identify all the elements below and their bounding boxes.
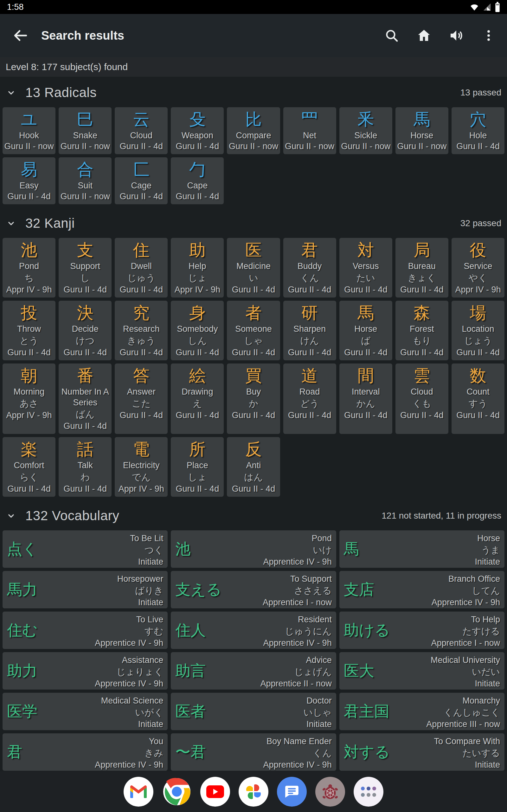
vocabulary-card[interactable]: 君主国 Monarchy くんしゅこく Apprentice III - now xyxy=(339,693,504,730)
kanji-card[interactable]: 森 Forest もり Guru II - 4d xyxy=(395,301,448,360)
durtle-app-icon[interactable] xyxy=(315,777,345,807)
radical-character: 比 xyxy=(245,109,262,130)
kanji-card[interactable]: 医 Medicine い Guru II - 4d xyxy=(227,238,280,298)
kanji-card[interactable]: 助 Help じょ Appr IV - 9h xyxy=(171,238,224,298)
vocabulary-srs-stage: Initiate xyxy=(475,759,500,770)
vocabulary-meaning: Branch Office xyxy=(448,573,500,584)
radical-card[interactable]: 易 Easy Guru II - 4d xyxy=(3,157,55,204)
vocabulary-card[interactable]: 医大 Medical University いだい Initiate xyxy=(339,652,504,690)
kanji-meaning: Support xyxy=(70,261,100,271)
kanji-card[interactable]: 対 Versus たい Guru II - 4d xyxy=(339,238,392,298)
radical-card[interactable]: 云 Cloud Guru II - 4d xyxy=(115,107,168,154)
kanji-section-status: 32 passed xyxy=(460,218,501,229)
youtube-icon[interactable] xyxy=(200,777,230,807)
radical-card[interactable]: 馬 Horse Guru II - now xyxy=(395,107,448,154)
kanji-card[interactable]: 答 Answer こた Guru II - 4d xyxy=(115,363,168,434)
kanji-card[interactable]: 所 Place しょ Guru II - 4d xyxy=(171,437,224,497)
kanji-card[interactable]: 場 Location じょう Guru II - 4d xyxy=(452,301,504,360)
home-icon[interactable] xyxy=(415,27,433,44)
kanji-card[interactable]: 反 Anti はん Guru II - 4d xyxy=(227,437,280,497)
kanji-card[interactable]: 道 Road どう Guru II - 4d xyxy=(283,363,336,434)
search-icon[interactable] xyxy=(383,27,400,44)
overflow-menu-icon[interactable] xyxy=(480,27,498,44)
radical-card[interactable]: 罒 Net Guru II - now xyxy=(283,107,336,154)
kanji-card[interactable]: 買 Buy か Guru II - 4d xyxy=(227,363,280,434)
messages-icon[interactable] xyxy=(277,777,307,807)
photos-icon[interactable] xyxy=(239,777,268,807)
radical-card[interactable]: 殳 Weapon Guru II - 4d xyxy=(171,107,224,154)
kanji-card[interactable]: 朝 Morning あさ Appr IV - 9h xyxy=(3,363,55,434)
kanji-card[interactable]: 住 Dwell じゅう Guru II - 4d xyxy=(115,238,168,298)
vocabulary-card[interactable]: 医者 Doctor いしゃ Initiate xyxy=(171,693,336,730)
vocabulary-card[interactable]: 助言 Advice じょげん Apprentice II - now xyxy=(171,652,336,690)
radical-card[interactable]: 勹 Cape Guru II - 4d xyxy=(171,157,224,204)
kanji-card[interactable]: 数 Count すう Guru II - 4d xyxy=(452,363,504,434)
kanji-reading: しん xyxy=(188,334,207,347)
vocabulary-card[interactable]: 支える To Support ささえる Apprentice I - now xyxy=(171,571,336,608)
kanji-card[interactable]: 局 Bureau きょく Guru II - 4d xyxy=(395,238,448,298)
vocabulary-reading: くん xyxy=(313,747,331,759)
vocabulary-card[interactable]: 馬 Horse うま Initiate xyxy=(339,530,504,568)
chrome-icon[interactable] xyxy=(162,777,192,807)
kanji-card[interactable]: 身 Somebody しん Guru II - 4d xyxy=(171,301,224,360)
radical-card[interactable]: ユ Hook Guru II - now xyxy=(3,107,55,154)
vocabulary-card[interactable]: 馬力 Horsepower ばりき Initiate xyxy=(3,571,168,608)
radical-srs-stage: Guru II - now xyxy=(341,141,390,152)
kanji-card[interactable]: 投 Throw とう Guru II - 4d xyxy=(3,301,55,360)
vocabulary-word: 支える xyxy=(175,573,222,606)
kanji-card[interactable]: 究 Research きゅう Guru II - 4d xyxy=(115,301,168,360)
radical-card[interactable]: 穴 Hole Guru II - 4d xyxy=(452,107,504,154)
vocabulary-card[interactable]: 支店 Branch Office してん Apprentice IV - 9h xyxy=(339,571,504,608)
vocabulary-section-header[interactable]: 132 Vocabulary 121 not started, 11 in pr… xyxy=(0,500,507,530)
radical-card[interactable]: 釆 Sickle Guru II - now xyxy=(339,107,392,154)
vocabulary-srs-stage: Apprentice III - now xyxy=(426,719,500,729)
back-button[interactable] xyxy=(9,24,32,47)
vocabulary-card[interactable]: 助力 Assistance じょりょく Apprentice IV - 9h xyxy=(3,652,168,690)
vocabulary-card[interactable]: 住む To Live すむ Apprentice IV - 9h xyxy=(3,612,168,649)
kanji-meaning: Pond xyxy=(19,261,39,271)
kanji-card[interactable]: 役 Service やく Appr IV - 9h xyxy=(452,238,504,298)
vocabulary-reading: うま xyxy=(481,544,500,556)
radicals-section-header[interactable]: 13 Radicals 13 passed xyxy=(0,77,507,107)
volume-icon[interactable] xyxy=(447,27,465,44)
kanji-card[interactable]: 馬 Horse ば Guru II - 4d xyxy=(339,301,392,360)
kanji-card[interactable]: 研 Sharpen けん Guru II - 4d xyxy=(283,301,336,360)
kanji-card[interactable]: 間 Interval かん Guru II - 4d xyxy=(339,363,392,434)
vocabulary-word: 助言 xyxy=(175,654,206,688)
kanji-card[interactable]: 支 Support し Guru II - 4d xyxy=(59,238,112,298)
kanji-meaning: Horse xyxy=(354,323,377,334)
vocabulary-card[interactable]: 住人 Resident じゅうにん Apprentice IV - 9h xyxy=(171,612,336,649)
vocabulary-card[interactable]: 君 You きみ Apprentice IV - 9h xyxy=(3,733,168,771)
vocabulary-card[interactable]: 医学 Medical Science いがく Initiate xyxy=(3,693,168,730)
kanji-card[interactable]: 君 Buddy くん Guru II - 4d xyxy=(283,238,336,298)
radical-card[interactable]: 巳 Snake Guru II - now xyxy=(59,107,112,154)
battery-icon xyxy=(495,2,500,12)
vocabulary-card[interactable]: 助ける To Help たすける Apprentice I - now xyxy=(339,612,504,649)
vocabulary-card[interactable]: 対する To Compare With たいする Initiate xyxy=(339,733,504,771)
app-drawer-icon[interactable] xyxy=(354,777,383,807)
kanji-card[interactable]: 楽 Comfort らく Guru II - 4d xyxy=(3,437,55,497)
kanji-card[interactable]: 決 Decide けつ Guru II - 4d xyxy=(59,301,112,360)
kanji-section-header[interactable]: 32 Kanji 32 passed xyxy=(0,207,507,238)
kanji-card[interactable]: 番 Number In A Series ばん Guru II - 4d xyxy=(59,363,112,434)
vocabulary-card[interactable]: 点く To Be Lit つく Initiate xyxy=(3,530,168,568)
vocabulary-srs-stage: Initiate xyxy=(475,678,500,689)
kanji-card[interactable]: 者 Someone しゃ Guru II - 4d xyxy=(227,301,280,360)
kanji-srs-stage: Guru II - 4d xyxy=(119,284,163,295)
kanji-meaning: Cloud xyxy=(411,386,433,397)
vocabulary-card[interactable]: 池 Pond いけ Apprentice IV - 9h xyxy=(171,530,336,568)
kanji-reading: くん xyxy=(300,271,319,284)
vocabulary-word: 医学 xyxy=(7,695,38,728)
radical-card[interactable]: 匚 Cage Guru II - 4d xyxy=(115,157,168,204)
kanji-card[interactable]: 話 Talk わ Guru II - 4d xyxy=(59,437,112,497)
radical-card[interactable]: 合 Suit Guru II - now xyxy=(59,157,112,204)
radical-card[interactable]: 比 Compare Guru II - now xyxy=(227,107,280,154)
gmail-icon[interactable] xyxy=(124,777,153,807)
vocabulary-card[interactable]: 〜君 Boy Name Ender くん Apprentice IV - 9h xyxy=(171,733,336,771)
kanji-card[interactable]: 絵 Drawing え Guru II - 4d xyxy=(171,363,224,434)
radical-srs-stage: Guru II - now xyxy=(229,141,278,152)
kanji-card[interactable]: 雲 Cloud くも Guru II - 4d xyxy=(395,363,448,434)
kanji-card[interactable]: 池 Pond ち Appr IV - 9h xyxy=(3,238,55,298)
kanji-card[interactable]: 電 Electricity でん Appr IV - 9h xyxy=(115,437,168,497)
kanji-srs-stage: Appr IV - 9h xyxy=(175,284,220,295)
